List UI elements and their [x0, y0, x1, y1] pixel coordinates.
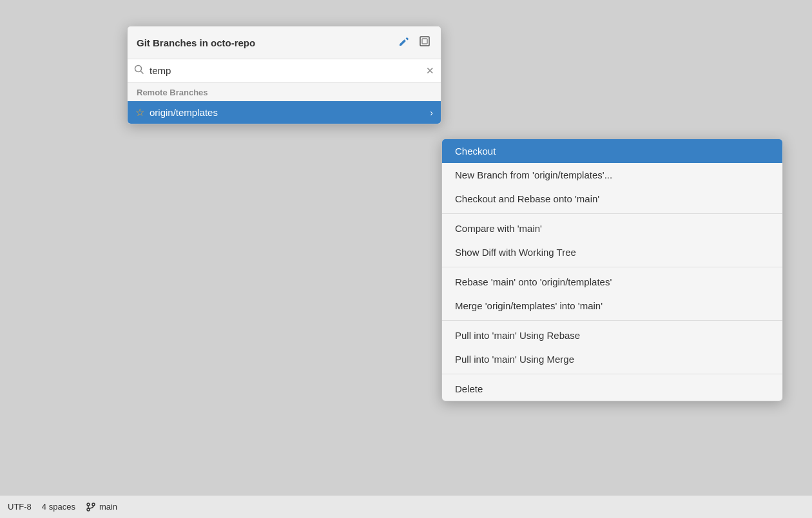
svg-rect-1 — [422, 39, 427, 44]
search-input[interactable] — [150, 65, 421, 76]
menu-item-new-branch[interactable]: New Branch from 'origin/templates'... — [442, 163, 782, 187]
star-icon: ☆ — [135, 106, 144, 119]
menu-item-checkout-rebase[interactable]: Checkout and Rebase onto 'main' — [442, 187, 782, 211]
panel-icons — [397, 34, 432, 51]
edit-icon[interactable] — [397, 34, 411, 51]
branch-item-origin-templates[interactable]: ☆ origin/templates › — [128, 101, 441, 124]
branch-name-status: main — [99, 502, 117, 512]
branch-name: origin/templates — [150, 107, 425, 118]
chevron-right-icon: › — [430, 108, 433, 118]
menu-divider-4 — [442, 374, 782, 374]
panel-header: Git Branches in octo-repo — [128, 26, 441, 59]
panel-title: Git Branches in octo-repo — [137, 37, 255, 48]
menu-item-rebase-main[interactable]: Rebase 'main' onto 'origin/templates' — [442, 270, 782, 294]
context-menu: Checkout New Branch from 'origin/templat… — [441, 139, 783, 401]
menu-divider-1 — [442, 213, 782, 214]
menu-item-merge[interactable]: Merge 'origin/templates' into 'main' — [442, 294, 782, 318]
svg-rect-0 — [420, 37, 429, 46]
menu-item-pull-merge[interactable]: Pull into 'main' Using Merge — [442, 347, 782, 371]
expand-icon[interactable] — [418, 34, 432, 51]
git-branch-icon — [86, 502, 96, 512]
remote-branches-label: Remote Branches — [128, 82, 441, 101]
menu-item-compare[interactable]: Compare with 'main' — [442, 216, 782, 240]
svg-point-6 — [92, 503, 95, 506]
indent-status: 4 spaces — [42, 502, 75, 512]
branches-panel: Git Branches in octo-repo ✕ R — [127, 26, 441, 124]
menu-item-checkout[interactable]: Checkout — [442, 139, 782, 163]
svg-point-4 — [87, 503, 90, 506]
svg-line-3 — [141, 72, 144, 74]
menu-item-pull-rebase[interactable]: Pull into 'main' Using Rebase — [442, 323, 782, 347]
search-icon — [134, 64, 144, 77]
menu-item-show-diff[interactable]: Show Diff with Working Tree — [442, 240, 782, 264]
menu-divider-3 — [442, 320, 782, 321]
status-bar: UTF-8 4 spaces main — [0, 495, 812, 518]
search-bar: ✕ — [128, 59, 441, 82]
branch-status[interactable]: main — [86, 502, 117, 512]
menu-divider-2 — [442, 267, 782, 267]
encoding-status: UTF-8 — [8, 502, 32, 512]
clear-icon[interactable]: ✕ — [426, 65, 434, 77]
menu-item-delete[interactable]: Delete — [442, 377, 782, 401]
